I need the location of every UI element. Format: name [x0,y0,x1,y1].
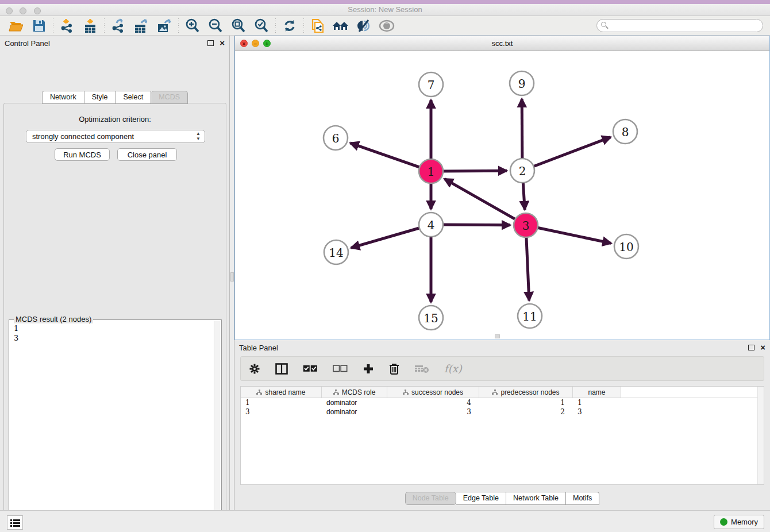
zoom-out-icon[interactable] [204,17,227,34]
search-box [596,19,763,32]
toolbar-separator [104,18,105,33]
table-toolbar: f(x) [240,356,764,381]
show-graphics-details-icon[interactable] [375,17,398,34]
delete-table-icon[interactable] [414,364,429,373]
tab-mcds[interactable]: MCDS [151,91,188,104]
mcds-result-title: MCDS result (2 nodes) [14,315,93,323]
split-view-icon[interactable] [275,363,288,375]
frame-maximize-button[interactable]: + [263,40,271,47]
edge-4-14[interactable] [351,228,422,248]
zoom-selected-icon[interactable] [250,17,273,34]
float-table-panel-icon[interactable] [748,345,754,350]
header-filler [621,387,764,398]
network-canvas[interactable]: 7968124314101511 [235,51,769,340]
table-panel-title: Table Panel [239,344,748,352]
clone-network-icon[interactable] [306,17,329,34]
column-header-name[interactable]: name [573,387,621,398]
table-scrollbar[interactable] [757,387,764,484]
close-window-button[interactable] [6,7,13,14]
frame-close-button[interactable]: × [240,40,248,47]
column-type-icon [403,390,409,395]
edge-3-1[interactable] [444,179,517,220]
edge-2-3[interactable] [523,180,525,210]
close-panel-button[interactable]: Close panel [117,148,177,161]
node-label-3: 3 [522,219,530,233]
edge-2-9[interactable] [522,99,522,161]
result-scrollbar[interactable] [214,321,220,532]
tab-node-table[interactable]: Node Table [405,492,456,505]
close-panel-icon[interactable]: × [220,40,225,46]
node-table: shared name MCDS role successor nodes pr… [240,386,764,485]
node-label-9: 9 [518,77,526,91]
mcds-result-list[interactable]: 13 [9,320,221,346]
edge-4-3[interactable] [441,225,510,225]
delete-column-icon[interactable] [389,363,399,375]
zoom-in-icon[interactable] [181,17,204,34]
memory-button[interactable]: Memory [714,515,764,529]
tab-select[interactable]: Select [116,91,152,104]
edge-2-8[interactable] [532,137,611,167]
select-all-columns-icon[interactable] [303,365,318,372]
import-table-icon[interactable] [79,17,102,34]
node-label-8: 8 [622,125,629,139]
node-label-4: 4 [428,218,435,232]
memory-status-icon [720,518,727,526]
hide-annotations-icon[interactable] [352,17,375,34]
toolbar-separator [53,18,53,33]
tab-network[interactable]: Network [42,91,84,104]
refresh-network-icon[interactable] [278,17,301,34]
edge-3-10[interactable] [536,228,611,244]
column-header-successor-nodes[interactable]: successor nodes [387,387,479,398]
open-file-icon[interactable] [5,17,28,34]
tab-network-table[interactable]: Network Table [506,492,566,505]
network-view-frame: × − + scc.txt 7968124314101511 [234,36,770,340]
unselect-all-columns-icon[interactable] [333,365,348,372]
edge-3-11[interactable] [526,235,529,300]
toolbar-separator [275,18,276,33]
task-history-button[interactable] [7,515,23,530]
tab-edge-table[interactable]: Edge Table [456,492,506,505]
tab-style[interactable]: Style [84,91,116,104]
column-header-mcds-role[interactable]: MCDS role [322,387,387,398]
optimization-criterion-label: Optimization criterion: [4,115,226,124]
export-image-icon[interactable] [153,17,176,34]
function-builder-icon[interactable]: f(x) [444,363,462,375]
close-table-panel-icon[interactable]: × [760,345,765,350]
run-mcds-button[interactable]: Run MCDS [55,148,110,161]
home-layout-icon[interactable] [329,17,352,34]
add-column-icon[interactable] [363,363,374,375]
save-session-icon[interactable] [28,17,51,34]
table-panel: Table Panel × f(x) shared n [234,340,770,510]
import-network-icon[interactable] [56,17,79,34]
export-network-icon[interactable] [107,17,130,34]
column-settings-icon[interactable] [249,363,260,375]
maximize-window-button[interactable] [34,7,41,14]
export-table-icon[interactable] [130,17,153,34]
network-frame-titlebar[interactable]: × − + scc.txt [235,36,769,51]
optimization-criterion-select[interactable]: strongly connected component ▲▼ [26,130,205,143]
search-icon [601,22,606,27]
splitter-handle[interactable] [230,272,234,282]
zoom-fit-icon[interactable] [227,17,250,34]
network-graph[interactable]: 7968124314101511 [235,51,769,340]
panel-splitter[interactable] [230,36,234,510]
column-header-shared-name[interactable]: shared name [241,387,322,398]
edge-1-2[interactable] [441,171,507,171]
edge-1-6[interactable] [350,143,421,168]
control-panel-title: Control Panel [5,39,207,48]
tab-motifs[interactable]: Motifs [566,492,599,505]
column-header-predecessor-nodes[interactable]: predecessor nodes [479,387,573,398]
optimization-criterion-value: strongly connected component [32,132,134,141]
minimize-window-button[interactable] [20,7,26,14]
window-title: Session: New Session [0,4,770,16]
frame-minimize-button[interactable]: − [252,40,259,47]
table-row[interactable]: 3 dominator 3 2 3 [241,407,764,417]
table-row[interactable]: 1 dominator 4 1 1 [241,398,764,407]
search-input[interactable] [596,19,763,32]
column-type-icon [333,390,339,395]
float-panel-icon[interactable] [207,40,214,46]
toolbar-separator [178,18,179,33]
node-label-6: 6 [332,132,340,145]
status-bar: Memory [0,510,770,532]
canvas-scroll-nub[interactable] [495,334,500,338]
